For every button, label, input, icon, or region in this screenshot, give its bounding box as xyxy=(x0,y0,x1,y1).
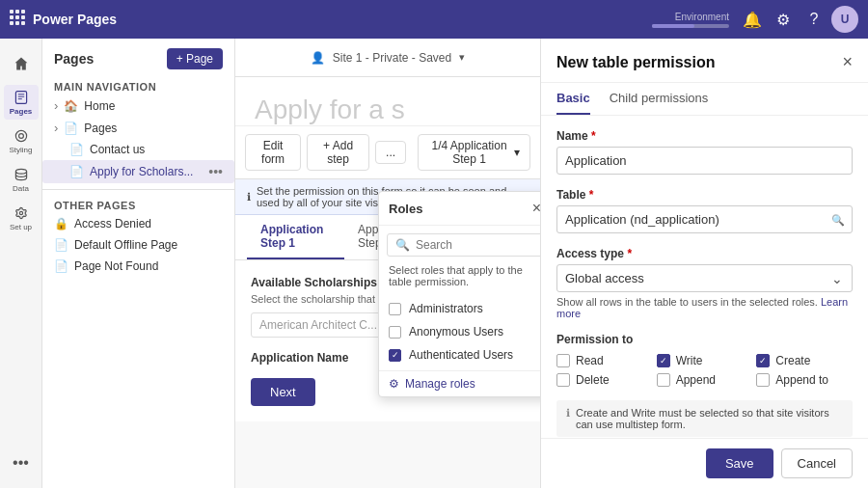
role-item-auth[interactable]: ✓ Authenticated Users xyxy=(379,343,540,366)
edit-form-button[interactable]: Edit form xyxy=(245,134,301,171)
write-checkbox[interactable]: ✓ xyxy=(657,354,670,367)
nav-item-apply[interactable]: 📄 Apply for Scholars... ••• xyxy=(42,160,234,183)
nav-icon-offline: 📄 xyxy=(54,238,68,252)
add-page-button[interactable]: + Page xyxy=(167,48,223,69)
grid-icon xyxy=(10,10,25,29)
save-button[interactable]: Save xyxy=(706,448,773,478)
nav-item-pages[interactable]: › 📄 Pages xyxy=(42,117,234,139)
right-panel-header: New table permission × xyxy=(541,39,868,83)
access-type-select[interactable]: Global access Account Self xyxy=(556,264,853,292)
roles-desc: Select roles that apply to the table per… xyxy=(379,264,540,293)
sidebar-styling-btn[interactable]: Styling xyxy=(4,123,39,158)
sidebar-setup-btn[interactable]: Set up xyxy=(4,201,39,235)
app-title: Power Pages xyxy=(33,12,652,27)
nav-item-access-denied[interactable]: 🔒 Access Denied xyxy=(42,213,234,234)
avatar: U xyxy=(831,6,858,33)
role-item-admin[interactable]: Administrators xyxy=(379,297,540,320)
perm-append: Append xyxy=(657,373,753,387)
read-checkbox[interactable] xyxy=(556,354,570,367)
sidebar-pages-btn[interactable]: Pages xyxy=(4,85,39,120)
role-item-anon[interactable]: Anonymous Users xyxy=(379,320,540,343)
right-panel: New table permission × Basic Child permi… xyxy=(540,39,868,488)
read-label: Read xyxy=(576,354,604,367)
site-info: Site 1 - Private - Saved xyxy=(333,51,451,65)
access-type-group: Access type * Global access Account Self… xyxy=(556,247,853,319)
cancel-button[interactable]: Cancel xyxy=(781,448,853,478)
delete-label: Delete xyxy=(576,373,610,387)
pages-chevron-icon: › xyxy=(54,121,58,135)
more-button[interactable]: ... xyxy=(375,141,406,164)
right-panel-title: New table permission xyxy=(556,54,716,71)
svg-rect-3 xyxy=(10,15,14,19)
create-checkbox[interactable]: ✓ xyxy=(756,354,770,367)
svg-rect-7 xyxy=(15,21,19,25)
name-label: Name * xyxy=(556,129,853,143)
nav-pages-label: Pages xyxy=(84,122,117,135)
sidebar-more-btn[interactable]: ••• xyxy=(4,446,39,480)
svg-point-16 xyxy=(19,211,22,214)
roles-list: Administrators Anonymous Users ✓ Authent… xyxy=(379,293,540,370)
roles-search-input[interactable] xyxy=(416,238,540,252)
content-area: 👤 Site 1 - Private - Saved ▾ Apply for a… xyxy=(235,39,540,488)
add-step-button[interactable]: + Add step xyxy=(307,134,369,171)
nav-home-label: Home xyxy=(84,99,115,113)
table-input[interactable] xyxy=(556,205,853,233)
roles-popup-close[interactable]: × xyxy=(532,200,540,217)
anon-label: Anonymous Users xyxy=(409,325,503,339)
admin-label: Administrators xyxy=(409,302,483,315)
sidebar-data-btn[interactable]: Data xyxy=(4,162,39,197)
name-input[interactable] xyxy=(556,147,853,175)
table-field-group: Table * xyxy=(556,188,853,233)
perm-read: Read xyxy=(556,354,653,367)
nav-apply-more-icon[interactable]: ••• xyxy=(208,164,223,179)
sidebar-home-btn[interactable] xyxy=(4,46,39,81)
access-info-text: Show all rows in the table to users in t… xyxy=(556,296,853,319)
table-label: Table * xyxy=(556,188,853,202)
append-checkbox[interactable] xyxy=(657,373,670,387)
manage-roles-link[interactable]: ⚙ Manage roles xyxy=(379,370,540,396)
step-selector-label: 1/4 Application Step 1 xyxy=(428,139,510,166)
panel-tab-basic[interactable]: Basic xyxy=(556,83,590,115)
access-type-label: Access type * xyxy=(556,247,853,260)
site-dropdown-icon: ▾ xyxy=(459,51,465,64)
nav-icon-apply: 📄 xyxy=(69,165,84,178)
pages-panel: Pages + Page Main navigation › 🏠 Home › … xyxy=(42,39,235,488)
svg-rect-4 xyxy=(15,15,19,19)
auth-checkbox[interactable]: ✓ xyxy=(389,349,401,362)
perm-appendto: Append to xyxy=(756,373,853,387)
search-icon: 🔍 xyxy=(395,238,410,252)
help-button[interactable]: ? xyxy=(800,6,827,33)
access-type-select-wrap: Global access Account Self xyxy=(556,264,853,292)
pages-title: Pages xyxy=(54,51,94,67)
svg-rect-2 xyxy=(21,10,25,14)
main-area: Pages Styling Data Set up ••• Pages + Pa… xyxy=(0,39,868,488)
nav-access-label: Access Denied xyxy=(74,217,151,230)
main-nav-label: Main navigation xyxy=(42,77,234,95)
nav-item-notfound[interactable]: 📄 Page Not Found xyxy=(42,256,234,277)
svg-rect-0 xyxy=(10,10,14,14)
panel-tab-child[interactable]: Child permissions xyxy=(610,83,709,115)
notification-button[interactable]: 🔔 xyxy=(739,6,766,33)
nav-item-home[interactable]: › 🏠 Home xyxy=(42,95,234,117)
create-label: Create xyxy=(775,354,810,367)
tab-step1[interactable]: Application Step 1 xyxy=(247,215,344,259)
nav-item-offline[interactable]: 📄 Default Offline Page xyxy=(42,234,234,256)
env-label: Environment xyxy=(675,12,729,22)
step-selector-button[interactable]: 1/4 Application Step 1 ▾ xyxy=(418,134,530,171)
nav-item-contact[interactable]: 📄 Contact us xyxy=(42,139,234,160)
panel-tabs: Basic Child permissions xyxy=(541,83,868,116)
anon-checkbox[interactable] xyxy=(389,326,401,339)
roles-popup-header: Roles × xyxy=(379,192,540,226)
nav-icon-pages: 📄 xyxy=(64,122,78,135)
other-pages-label: Other pages xyxy=(42,196,234,213)
admin-checkbox[interactable] xyxy=(389,303,401,315)
delete-checkbox[interactable] xyxy=(556,373,570,387)
pages-header: Pages + Page xyxy=(42,39,234,77)
right-panel-close[interactable]: × xyxy=(842,52,853,72)
next-button[interactable]: Next xyxy=(251,378,315,406)
write-label: Write xyxy=(676,354,703,367)
settings-button[interactable]: ⚙ xyxy=(770,6,797,33)
topbar: Power Pages Environment 🔔 ⚙ ? U xyxy=(0,0,868,39)
svg-point-15 xyxy=(15,169,26,174)
appendto-checkbox[interactable] xyxy=(756,373,770,387)
